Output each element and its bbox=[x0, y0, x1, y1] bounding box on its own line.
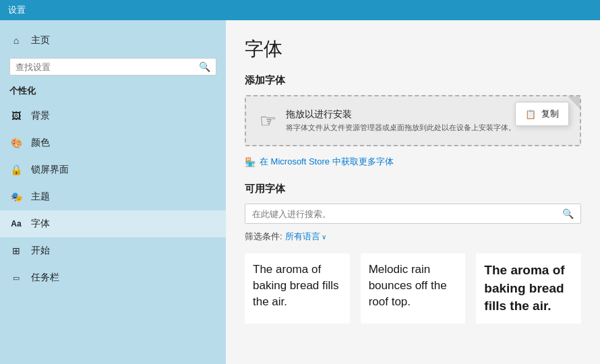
store-icon: 🏪 bbox=[245, 157, 256, 167]
drop-zone[interactable]: ☞ 拖放以进行安装 将字体文件从文件资源管理器或桌面拖放到此处以在设备上安装字体… bbox=[245, 95, 581, 146]
sidebar-item-home[interactable]: ⌂ 主页 bbox=[0, 27, 226, 54]
font-preview-text-1: The aroma of baking bread fills the air. bbox=[253, 262, 342, 309]
sidebar-color-label: 颜色 bbox=[31, 137, 50, 149]
theme-icon: 🎭 bbox=[9, 190, 23, 204]
font-preview-2[interactable]: Melodic rain bounces off the roof top. bbox=[361, 253, 466, 324]
background-icon: 🖼 bbox=[9, 109, 23, 123]
tooltip-popup: 📋 复制 bbox=[515, 102, 569, 126]
page-title: 字体 bbox=[245, 36, 581, 62]
sidebar-search-wrap: 🔍 bbox=[0, 54, 226, 82]
copy-icon: 📋 bbox=[525, 109, 536, 119]
font-search-wrap[interactable]: 🔍 bbox=[245, 204, 581, 224]
sidebar-item-fonts[interactable]: Aa 字体 bbox=[0, 210, 226, 237]
tooltip-text: 复制 bbox=[541, 108, 559, 120]
taskbar-icon: ▭ bbox=[9, 271, 23, 284]
font-grid: The aroma of baking bread fills the air.… bbox=[245, 253, 581, 324]
font-search-icon: 🔍 bbox=[562, 208, 574, 219]
chevron-down-icon: ∨ bbox=[322, 233, 326, 241]
sidebar-item-start[interactable]: ⊞ 开始 bbox=[0, 237, 226, 264]
start-icon: ⊞ bbox=[9, 244, 23, 257]
filter-bar: 筛选条件: 所有语言 ∨ bbox=[245, 231, 581, 243]
sidebar-item-lockscreen[interactable]: 🔒 锁屏界面 bbox=[0, 156, 226, 183]
font-preview-text-3: The aroma of baking bread fills the air. bbox=[484, 262, 573, 315]
fold-corner bbox=[568, 96, 580, 109]
lockscreen-icon: 🔒 bbox=[9, 163, 23, 177]
add-fonts-title: 添加字体 bbox=[245, 74, 581, 87]
sidebar-taskbar-label: 任务栏 bbox=[31, 272, 59, 284]
font-search-input[interactable] bbox=[252, 209, 558, 219]
store-link-text: 在 Microsoft Store 中获取更多字体 bbox=[260, 156, 394, 168]
title-bar: 设置 bbox=[0, 0, 600, 20]
sidebar-lockscreen-label: 锁屏界面 bbox=[31, 164, 69, 176]
title-bar-label: 设置 bbox=[8, 5, 26, 15]
color-icon: 🎨 bbox=[9, 136, 23, 150]
sidebar-item-taskbar[interactable]: ▭ 任务栏 bbox=[0, 264, 226, 291]
fonts-icon: Aa bbox=[9, 217, 23, 231]
font-preview-3[interactable]: The aroma of baking bread fills the air. bbox=[476, 253, 581, 324]
sidebar-start-label: 开始 bbox=[31, 245, 50, 257]
drop-cursor-icon: ☞ bbox=[260, 110, 276, 132]
sidebar: ⌂ 主页 🔍 个性化 🖼 背景 🎨 颜色 🔒 锁屏界面 🎭 主题 Aa bbox=[0, 20, 226, 364]
sidebar-fonts-label: 字体 bbox=[31, 218, 50, 230]
filter-value[interactable]: 所有语言 ∨ bbox=[285, 231, 326, 243]
main-layout: ⌂ 主页 🔍 个性化 🖼 背景 🎨 颜色 🔒 锁屏界面 🎭 主题 Aa bbox=[0, 20, 600, 364]
available-fonts-title: 可用字体 bbox=[245, 183, 581, 195]
sidebar-section-title: 个性化 bbox=[0, 82, 226, 102]
content-area: 字体 添加字体 ☞ 拖放以进行安装 将字体文件从文件资源管理器或桌面拖放到此处以… bbox=[226, 20, 600, 364]
store-link[interactable]: 🏪 在 Microsoft Store 中获取更多字体 bbox=[245, 156, 581, 168]
filter-label: 筛选条件: bbox=[245, 231, 282, 243]
filter-value-text: 所有语言 bbox=[285, 231, 320, 243]
sidebar-search-box[interactable]: 🔍 bbox=[9, 58, 216, 75]
search-icon: 🔍 bbox=[199, 61, 210, 72]
font-preview-text-2: Melodic rain bounces off the roof top. bbox=[369, 262, 458, 309]
home-icon: ⌂ bbox=[9, 34, 23, 47]
sidebar-theme-label: 主题 bbox=[31, 191, 50, 203]
sidebar-item-theme[interactable]: 🎭 主题 bbox=[0, 183, 226, 210]
sidebar-item-color[interactable]: 🎨 颜色 bbox=[0, 129, 226, 156]
sidebar-home-label: 主页 bbox=[31, 34, 50, 47]
font-preview-1[interactable]: The aroma of baking bread fills the air. bbox=[245, 253, 350, 324]
sidebar-search-input[interactable] bbox=[16, 62, 195, 72]
sidebar-item-background[interactable]: 🖼 背景 bbox=[0, 102, 226, 129]
sidebar-background-label: 背景 bbox=[31, 110, 50, 122]
